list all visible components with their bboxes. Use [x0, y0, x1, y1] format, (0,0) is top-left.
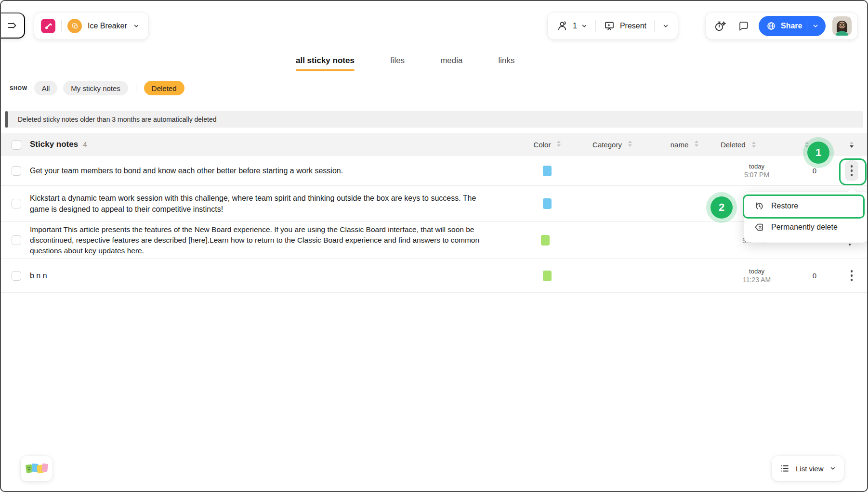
column-header-deleted[interactable]: Deleted [721, 141, 793, 149]
note-color-chip [541, 235, 550, 246]
row-checkbox[interactable] [12, 235, 21, 245]
annotation-step-badge-2: 2 [710, 196, 733, 219]
present-button[interactable]: Present [602, 18, 648, 34]
filter-deleted[interactable]: Deleted [144, 81, 184, 95]
chevron-down-icon [829, 465, 836, 472]
note-color-chip [543, 198, 552, 209]
note-text: Get your team members to bond and know e… [30, 165, 518, 176]
table-header-row: Sticky notes4 Color Category name Delete… [1, 133, 867, 156]
people-icon [556, 20, 569, 32]
select-all-checkbox[interactable] [12, 140, 21, 150]
table-row: Important This article presents the feat… [1, 222, 867, 259]
chevron-down-icon [133, 23, 140, 29]
filter-my-sticky-notes[interactable]: My sticky notes [63, 81, 128, 95]
column-header-actions[interactable] [836, 142, 867, 148]
comments-button[interactable] [736, 18, 752, 34]
globe-icon [766, 21, 776, 31]
divider [807, 21, 807, 31]
row-checkbox[interactable] [12, 166, 21, 176]
column-header-category[interactable]: Category [576, 141, 648, 149]
note-color-chip [543, 271, 552, 281]
info-banner: Deleted sticky notes older than 3 months… [5, 111, 863, 128]
favorites-count: 0 [813, 167, 816, 175]
annotation-highlight-kebab [839, 158, 867, 185]
collaborators-button[interactable]: 1 [554, 18, 590, 34]
filter-all[interactable]: All [34, 81, 58, 95]
user-avatar[interactable] [832, 16, 852, 36]
sticky-notes-table: Sticky notes4 Color Category name Delete… [1, 133, 867, 293]
chevron-down-icon [581, 23, 588, 29]
view-switcher-label: List view [796, 465, 824, 473]
sort-arrows-icon[interactable] [557, 141, 561, 149]
divider [61, 20, 62, 32]
row-checkbox[interactable] [12, 199, 21, 208]
table-title: Sticky notes [30, 140, 78, 149]
sidebar-toggle-button[interactable] [0, 13, 25, 39]
stopwatch-icon [713, 19, 727, 33]
tab-all-sticky-notes[interactable]: all sticky notes [296, 56, 355, 72]
favorites-count: 0 [813, 272, 816, 280]
app-window: Ice Breaker 1 [0, 0, 868, 492]
sticky-notes-icon [25, 461, 48, 477]
deleted-day: today [749, 163, 764, 170]
banner-text: Deleted sticky notes older than 3 months… [8, 116, 216, 123]
table-row: Kickstart a dynamic team work session wi… [1, 186, 867, 222]
tab-files[interactable]: files [390, 56, 405, 72]
collaboration-toolbar: 1 Present [548, 13, 678, 39]
view-switcher-button[interactable]: List view [772, 456, 844, 481]
sort-arrows-icon[interactable] [695, 141, 698, 149]
board-title-card[interactable]: Ice Breaker [34, 13, 148, 39]
chevron-down-icon [662, 23, 669, 29]
note-color-chip [543, 166, 552, 176]
divider [654, 20, 655, 32]
board-type-icon [67, 19, 82, 33]
deleted-time: 5:07 PM [744, 171, 769, 179]
content-tabs: all sticky notes files media links [296, 56, 514, 72]
table-row: b n n today 11:23 AM 0 [1, 259, 867, 293]
table-count: 4 [83, 140, 87, 148]
clear-icon [754, 222, 764, 233]
row-actions-kebab-button[interactable] [845, 265, 859, 286]
divider [595, 20, 596, 32]
note-text: b n n [30, 270, 518, 281]
tab-media[interactable]: media [440, 56, 462, 72]
sidebar-toggle-icon [7, 20, 17, 31]
tab-links[interactable]: links [498, 56, 514, 72]
timer-button[interactable] [711, 17, 729, 35]
sort-arrows-icon[interactable] [850, 142, 854, 148]
list-icon [779, 463, 790, 474]
banner-accent-bar [5, 111, 8, 128]
menu-item-label: Permanently delete [771, 223, 838, 232]
collaborators-count: 1 [573, 22, 577, 30]
menu-item-permanently-delete[interactable]: Permanently delete [744, 217, 868, 238]
present-label: Present [620, 22, 646, 30]
board-title: Ice Breaker [88, 22, 127, 30]
sticky-notes-picker-button[interactable] [21, 456, 53, 481]
share-label: Share [781, 22, 802, 30]
share-toolbar: Share [706, 13, 857, 39]
deleted-day: today [749, 268, 764, 275]
chevron-down-icon [812, 23, 819, 29]
share-button[interactable]: Share [759, 16, 826, 36]
present-options-button[interactable] [660, 21, 671, 31]
show-label: SHOW [10, 85, 27, 91]
annotation-highlight-restore [743, 194, 865, 219]
divider [136, 83, 136, 93]
row-actions-context-menu: Restore Permanently delete [744, 192, 868, 243]
note-text: Kickstart a dynamic team work session wi… [30, 193, 518, 215]
column-header-color[interactable]: Color [518, 141, 576, 149]
note-text: Important This article presents the feat… [30, 224, 516, 256]
filter-bar: SHOW All My sticky notes Deleted [10, 81, 184, 95]
deleted-time: 11:23 AM [743, 276, 771, 284]
sort-arrows-icon[interactable] [628, 141, 632, 149]
table-row: Get your team members to bond and know e… [1, 156, 867, 186]
chat-bubble-icon [737, 20, 750, 32]
row-checkbox[interactable] [12, 271, 21, 281]
sort-arrows-icon[interactable] [752, 142, 756, 148]
annotation-step-badge-1: 1 [807, 142, 829, 164]
presentation-icon [604, 20, 615, 32]
app-logo-icon [41, 19, 55, 33]
column-header-name[interactable]: name [648, 141, 721, 149]
